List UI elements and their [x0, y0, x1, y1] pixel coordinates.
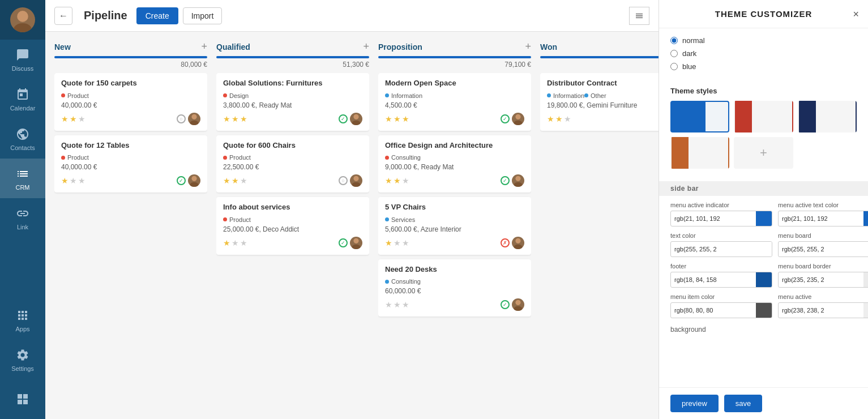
card-footer: ★★★ ○ — [547, 113, 659, 125]
color-swatch-menu_board_border[interactable] — [863, 272, 868, 288]
column-header: Proposition + — [378, 41, 531, 53]
card-icons: ○ — [177, 113, 200, 125]
swatch-red[interactable] — [734, 101, 793, 132]
kanban-card[interactable]: Office Design and Architecture Consultin… — [378, 135, 531, 193]
sidebar-item-grid[interactable] — [0, 379, 45, 419]
star-2: ★ — [394, 114, 401, 123]
card-avatar — [350, 174, 362, 187]
card-stars: ★★★ — [547, 114, 571, 123]
color-field-input-menu_active_indicator[interactable] — [671, 215, 756, 222]
card-amount: 22,500.00 € — [223, 163, 362, 171]
color-swatch-menu_active[interactable] — [863, 302, 868, 318]
preview-button[interactable]: preview — [670, 395, 719, 412]
theme-styles-section: Theme styles + — [659, 79, 868, 181]
column-add-button[interactable]: + — [525, 41, 531, 53]
color-field-label-menu_active: menu active — [778, 293, 868, 300]
column-amount: 80,000 € — [54, 61, 207, 69]
kanban-column-won: Won + 19,800 € Distributor Contract Info… — [540, 41, 659, 410]
kanban-card[interactable]: Global Solutions: Furnitures Design 3,80… — [216, 73, 369, 131]
theme-mode-blue[interactable]: blue — [670, 62, 857, 71]
color-field-menu_item_color: menu item color — [670, 293, 772, 318]
star-1: ★ — [385, 300, 392, 309]
card-title: Quote for 600 Chairs — [223, 141, 362, 149]
color-field-row-menu_active — [778, 302, 868, 318]
sidebar-item-apps[interactable]: Apps — [0, 300, 45, 340]
star-3: ★ — [240, 238, 247, 247]
card-icons: ✓ — [501, 174, 524, 187]
apps-icon — [15, 307, 31, 323]
card-tag: Information — [547, 92, 584, 99]
svg-point-17 — [514, 244, 523, 249]
color-field-row-text_color — [670, 241, 772, 257]
sidebar-item-settings[interactable]: Settings — [0, 340, 45, 379]
color-swatch-menu_active_indicator[interactable] — [756, 211, 772, 226]
kanban-card[interactable]: Distributor Contract Information Other 1… — [540, 73, 659, 131]
color-field-input-menu_board_border[interactable] — [779, 276, 863, 283]
card-title: Global Solutions: Furnitures — [223, 79, 362, 87]
color-swatch-text_color[interactable] — [756, 241, 772, 257]
card-title: Quote for 12 Tables — [61, 141, 200, 149]
color-swatch-footer[interactable] — [756, 272, 772, 288]
kanban-card[interactable]: Quote for 600 Chairs Product 22,500.00 €… — [216, 135, 369, 193]
sidebar-item-link[interactable]: Link — [0, 198, 45, 238]
color-field-input-menu_board[interactable] — [779, 246, 863, 253]
status-indicator: ✓ — [177, 176, 186, 185]
sidebar-item-crm[interactable]: CRM — [0, 159, 45, 198]
color-field-row-menu_active_indicator — [670, 211, 772, 226]
kanban-card[interactable]: Quote for 12 Tables Product 40,000.00 € … — [54, 135, 207, 193]
svg-point-5 — [190, 182, 199, 187]
theme-styles-title: Theme styles — [670, 87, 857, 95]
column-title: Proposition — [378, 42, 422, 52]
kanban-card[interactable]: 5 VP Chairs Services 5,600.00 €, Azure I… — [378, 197, 531, 255]
theme-mode-normal[interactable]: normal — [670, 36, 857, 45]
card-title: 5 VP Chairs — [385, 203, 524, 211]
sidebar-item-calendar[interactable]: Calendar — [0, 79, 45, 119]
theme-close-button[interactable]: × — [853, 8, 859, 20]
star-1: ★ — [385, 114, 392, 123]
star-1: ★ — [223, 114, 230, 123]
color-field-label-menu_item_color: menu item color — [670, 293, 772, 300]
import-button[interactable]: Import — [183, 7, 223, 24]
column-cards: Distributor Contract Information Other 1… — [540, 73, 659, 410]
column-title: Qualified — [216, 42, 250, 52]
back-button[interactable]: ← — [54, 7, 72, 25]
column-add-button[interactable]: + — [363, 41, 369, 53]
link-icon — [15, 206, 31, 221]
color-field-input-footer[interactable] — [671, 276, 756, 283]
view-toggle-button[interactable] — [629, 7, 649, 25]
theme-customizer-panel: THEME CUSTOMIZER × normal dark blue Them… — [659, 0, 868, 419]
color-field-input-menu_active[interactable] — [779, 307, 863, 314]
kanban-column-proposition: Proposition + 79,100 € Modern Open Space… — [378, 41, 531, 410]
color-swatch-menu_board[interactable] — [863, 241, 868, 257]
color-swatch-menu_active_text_color[interactable] — [863, 211, 868, 226]
create-button[interactable]: Create — [136, 7, 178, 24]
card-tag: Product — [61, 154, 89, 161]
color-swatch-menu_item_color[interactable] — [756, 302, 772, 318]
card-tag: Product — [223, 216, 251, 223]
star-3: ★ — [402, 238, 409, 247]
kanban-card[interactable]: Modern Open Space Information 4,500.00 €… — [378, 73, 531, 131]
color-field-input-menu_active_text_color[interactable] — [779, 215, 863, 222]
column-cards: Global Solutions: Furnitures Design 3,80… — [216, 73, 369, 410]
sidebar-item-contacts[interactable]: Contacts — [0, 119, 45, 159]
kanban-card[interactable]: Need 20 Desks Consulting 60,000.00 € ★★★… — [378, 259, 531, 317]
swatch-blue[interactable] — [670, 101, 729, 132]
card-footer: ★★★ ✓ — [223, 113, 362, 125]
color-field-menu_active_indicator: menu active indicator — [670, 202, 772, 226]
column-progress-bar — [54, 56, 207, 58]
swatch-add[interactable]: + — [734, 137, 793, 169]
column-header: Qualified + — [216, 41, 369, 53]
kanban-card[interactable]: Quote for 150 carpets Product 40,000.00 … — [54, 73, 207, 131]
swatch-dark-blue[interactable] — [798, 101, 857, 132]
swatch-orange[interactable] — [670, 137, 729, 169]
kanban-card[interactable]: Info about services Product 25,000.00 €,… — [216, 197, 369, 255]
column-add-button[interactable]: + — [201, 41, 207, 53]
save-button[interactable]: save — [724, 395, 762, 412]
color-field-input-text_color[interactable] — [671, 246, 756, 253]
sidebar-item-discuss[interactable]: Discuss — [0, 40, 45, 79]
color-field-input-menu_item_color[interactable] — [671, 307, 756, 314]
theme-mode-dark[interactable]: dark — [670, 49, 857, 58]
calendar-icon — [15, 87, 31, 102]
user-avatar-container[interactable] — [0, 0, 45, 40]
card-stars: ★★★ — [385, 176, 409, 185]
